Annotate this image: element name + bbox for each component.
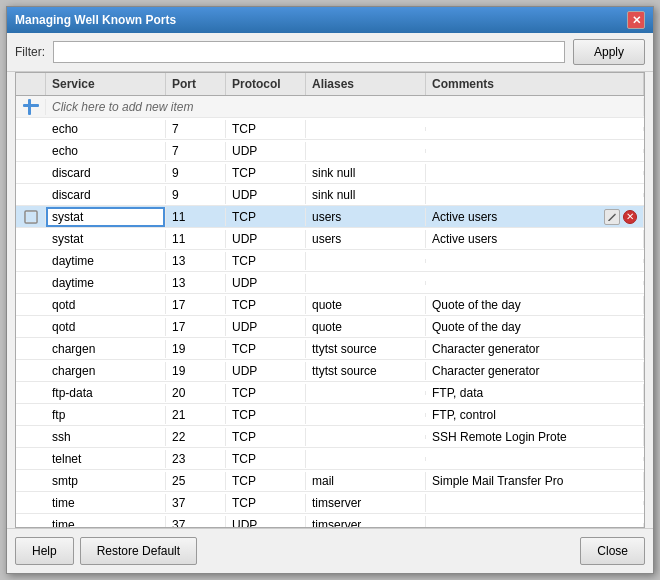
add-row-label[interactable]: Click here to add new item xyxy=(46,98,644,116)
protocol-cell-4: TCP xyxy=(226,208,306,226)
table-row[interactable]: discard 9 UDP sink null xyxy=(16,184,644,206)
service-cell-5: systat xyxy=(46,230,166,248)
table-row[interactable]: ftp 21 TCP FTP, control xyxy=(16,404,644,426)
comments-cell-8: Quote of the day xyxy=(426,296,644,314)
comments-cell-5: Active users xyxy=(426,230,644,248)
help-button[interactable]: Help xyxy=(15,537,74,565)
comments-cell-4: Active users xyxy=(432,210,497,224)
port-cell-12: 20 xyxy=(166,384,226,402)
port-cell-0: 7 xyxy=(166,120,226,138)
table-row[interactable]: time 37 TCP timserver xyxy=(16,492,644,514)
table-row[interactable]: smtp 25 TCP mail Simple Mail Transfer Pr… xyxy=(16,470,644,492)
table-row[interactable]: time 37 UDP timserver xyxy=(16,514,644,527)
comments-cell-11: Character generator xyxy=(426,362,644,380)
aliases-cell-17: timserver xyxy=(306,494,426,512)
comments-cell-18 xyxy=(426,523,644,527)
title-bar: Managing Well Known Ports ✕ xyxy=(7,7,653,33)
close-button[interactable]: Close xyxy=(580,537,645,565)
port-cell-10: 19 xyxy=(166,340,226,358)
table-row[interactable]: daytime 13 UDP xyxy=(16,272,644,294)
protocol-cell-11: UDP xyxy=(226,362,306,380)
port-cell-1: 7 xyxy=(166,142,226,160)
restore-default-button[interactable]: Restore Default xyxy=(80,537,197,565)
port-cell-13: 21 xyxy=(166,406,226,424)
aliases-cell-4: users xyxy=(306,208,426,226)
service-cell-3: discard xyxy=(46,186,166,204)
edit-row-button-4[interactable] xyxy=(604,209,620,225)
ports-table: Service Port Protocol Aliases Comments C… xyxy=(15,72,645,528)
comments-cell-13: FTP, control xyxy=(426,406,644,424)
port-cell-18: 37 xyxy=(166,516,226,528)
service-cell-9: qotd xyxy=(46,318,166,336)
col-port: Port xyxy=(166,73,226,95)
table-row[interactable]: systat 11 UDP users Active users xyxy=(16,228,644,250)
port-cell-7: 13 xyxy=(166,274,226,292)
service-cell-17: time xyxy=(46,494,166,512)
table-body: Click here to add new item echo 7 TCP ec… xyxy=(16,96,644,527)
service-cell-15: telnet xyxy=(46,450,166,468)
table-row[interactable]: qotd 17 UDP quote Quote of the day xyxy=(16,316,644,338)
table-row[interactable]: daytime 13 TCP xyxy=(16,250,644,272)
comments-cell-17 xyxy=(426,501,644,505)
protocol-cell-6: TCP xyxy=(226,252,306,270)
table-row[interactable]: ssh 22 TCP SSH Remote Login Prote xyxy=(16,426,644,448)
comments-cell-14: SSH Remote Login Prote xyxy=(426,428,644,446)
aliases-cell-1 xyxy=(306,149,426,153)
aliases-cell-5: users xyxy=(306,230,426,248)
table-row[interactable]: telnet 23 TCP xyxy=(16,448,644,470)
aliases-cell-16: mail xyxy=(306,472,426,490)
main-window: Managing Well Known Ports ✕ Filter: Appl… xyxy=(6,6,654,574)
comments-cell-3 xyxy=(426,193,644,197)
aliases-cell-8: quote xyxy=(306,296,426,314)
comments-cell-6 xyxy=(426,259,644,263)
protocol-cell-18: UDP xyxy=(226,516,306,528)
add-new-item-row[interactable]: Click here to add new item xyxy=(16,96,644,118)
table-row[interactable]: chargen 19 UDP ttytst source Character g… xyxy=(16,360,644,382)
comments-actions-cell-4: Active users ✕ xyxy=(426,207,644,227)
table-row[interactable]: discard 9 TCP sink null xyxy=(16,162,644,184)
svg-rect-1 xyxy=(23,104,39,107)
service-cell-13: ftp xyxy=(46,406,166,424)
port-cell-9: 17 xyxy=(166,318,226,336)
protocol-cell-2: TCP xyxy=(226,164,306,182)
aliases-cell-11: ttytst source xyxy=(306,362,426,380)
protocol-cell-16: TCP xyxy=(226,472,306,490)
comments-cell-12: FTP, data xyxy=(426,384,644,402)
service-cell-7: daytime xyxy=(46,274,166,292)
col-aliases: Aliases xyxy=(306,73,426,95)
pencil-icon xyxy=(607,212,617,222)
table-row[interactable]: echo 7 TCP xyxy=(16,118,644,140)
table-row[interactable]: ftp-data 20 TCP FTP, data xyxy=(16,382,644,404)
protocol-cell-14: TCP xyxy=(226,428,306,446)
comments-cell-16: Simple Mail Transfer Pro xyxy=(426,472,644,490)
service-cell-8: qotd xyxy=(46,296,166,314)
protocol-cell-5: UDP xyxy=(226,230,306,248)
comments-cell-15 xyxy=(426,457,644,461)
port-cell-17: 37 xyxy=(166,494,226,512)
aliases-cell-15 xyxy=(306,457,426,461)
table-row[interactable]: chargen 19 TCP ttytst source Character g… xyxy=(16,338,644,360)
aliases-cell-3: sink null xyxy=(306,186,426,204)
apply-button[interactable]: Apply xyxy=(573,39,645,65)
protocol-cell-9: UDP xyxy=(226,318,306,336)
row-checkbox-4[interactable] xyxy=(16,210,46,224)
comments-cell-10: Character generator xyxy=(426,340,644,358)
col-comments: Comments xyxy=(426,73,644,95)
checkbox-checked-icon xyxy=(24,210,38,224)
delete-row-button-4[interactable]: ✕ xyxy=(623,210,637,224)
filter-input[interactable] xyxy=(53,41,565,63)
protocol-cell-10: TCP xyxy=(226,340,306,358)
table-row[interactable]: 11 TCP users Active users ✕ xyxy=(16,206,644,228)
table-row[interactable]: echo 7 UDP xyxy=(16,140,644,162)
row-actions-4: ✕ xyxy=(604,209,637,225)
service-cell-18: time xyxy=(46,516,166,528)
table-row[interactable]: qotd 17 TCP quote Quote of the day xyxy=(16,294,644,316)
aliases-cell-12 xyxy=(306,391,426,395)
aliases-cell-9: quote xyxy=(306,318,426,336)
port-cell-8: 17 xyxy=(166,296,226,314)
aliases-cell-18: timserver xyxy=(306,516,426,528)
aliases-cell-0 xyxy=(306,127,426,131)
service-edit-cell-4[interactable] xyxy=(46,207,166,227)
service-input-4[interactable] xyxy=(46,207,165,227)
window-close-button[interactable]: ✕ xyxy=(627,11,645,29)
